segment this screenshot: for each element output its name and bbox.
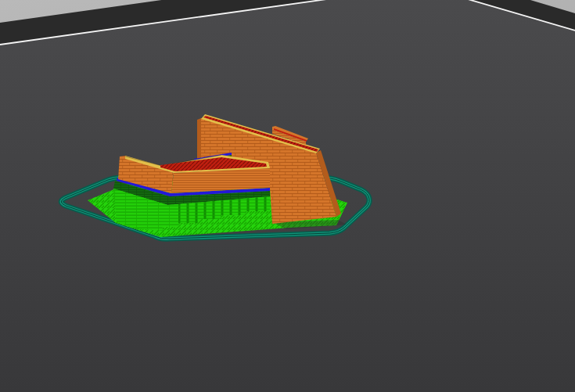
slicer-3d-viewport[interactable] <box>0 0 575 392</box>
gcode-preview-canvas <box>0 0 575 392</box>
tall-wall-left-edge <box>197 118 201 162</box>
